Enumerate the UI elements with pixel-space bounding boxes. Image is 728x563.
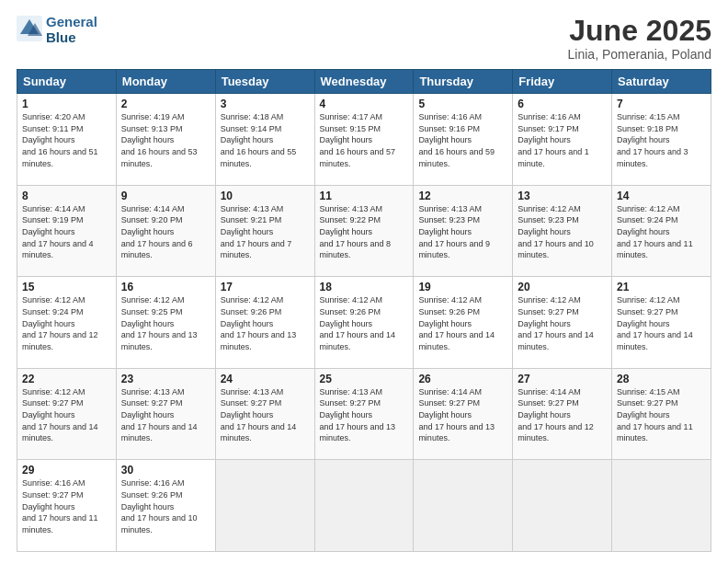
calendar-cell: 24Sunrise: 4:13 AMSunset: 9:27 PMDayligh… — [215, 368, 314, 460]
calendar-cell — [612, 460, 711, 552]
calendar-cell: 9Sunrise: 4:14 AMSunset: 9:20 PMDaylight… — [116, 185, 215, 277]
logo-text: General Blue — [46, 15, 97, 45]
calendar-cell: 14Sunrise: 4:12 AMSunset: 9:24 PMDayligh… — [612, 185, 711, 277]
week-row-4: 22Sunrise: 4:12 AMSunset: 9:27 PMDayligh… — [17, 368, 711, 460]
week-row-3: 15Sunrise: 4:12 AMSunset: 9:24 PMDayligh… — [17, 277, 711, 369]
calendar-title: June 2025 — [568, 15, 711, 47]
logo: General Blue — [17, 15, 97, 45]
header-saturday: Saturday — [612, 70, 711, 94]
calendar-cell: 7Sunrise: 4:15 AMSunset: 9:18 PMDaylight… — [612, 94, 711, 186]
header-monday: Monday — [116, 70, 215, 94]
header-thursday: Thursday — [414, 70, 513, 94]
header-tuesday: Tuesday — [215, 70, 314, 94]
calendar-cell: 19Sunrise: 4:12 AMSunset: 9:26 PMDayligh… — [414, 277, 513, 369]
week-row-1: 1Sunrise: 4:20 AMSunset: 9:11 PMDaylight… — [17, 94, 711, 186]
calendar-cell: 10Sunrise: 4:13 AMSunset: 9:21 PMDayligh… — [215, 185, 314, 277]
calendar-location: Linia, Pomerania, Poland — [568, 47, 711, 62]
calendar-cell: 20Sunrise: 4:12 AMSunset: 9:27 PMDayligh… — [513, 277, 612, 369]
calendar-cell: 6Sunrise: 4:16 AMSunset: 9:17 PMDaylight… — [513, 94, 612, 186]
page: General Blue June 2025 Linia, Pomerania,… — [0, 0, 728, 563]
weekday-header-row: Sunday Monday Tuesday Wednesday Thursday… — [17, 70, 711, 94]
header-friday: Friday — [513, 70, 612, 94]
calendar-cell: 15Sunrise: 4:12 AMSunset: 9:24 PMDayligh… — [17, 277, 117, 369]
calendar-cell: 28Sunrise: 4:15 AMSunset: 9:27 PMDayligh… — [612, 368, 711, 460]
calendar-cell: 11Sunrise: 4:13 AMSunset: 9:22 PMDayligh… — [314, 185, 414, 277]
calendar-cell — [414, 460, 513, 552]
calendar-cell: 12Sunrise: 4:13 AMSunset: 9:23 PMDayligh… — [414, 185, 513, 277]
calendar-cell: 25Sunrise: 4:13 AMSunset: 9:27 PMDayligh… — [314, 368, 414, 460]
calendar-cell: 30Sunrise: 4:16 AMSunset: 9:26 PMDayligh… — [116, 460, 215, 552]
calendar-cell: 2Sunrise: 4:19 AMSunset: 9:13 PMDaylight… — [116, 94, 215, 186]
logo-icon — [17, 16, 42, 41]
calendar-cell: 8Sunrise: 4:14 AMSunset: 9:19 PMDaylight… — [17, 185, 117, 277]
calendar-cell — [314, 460, 414, 552]
header-wednesday: Wednesday — [314, 70, 414, 94]
calendar-cell — [513, 460, 612, 552]
calendar-cell: 27Sunrise: 4:14 AMSunset: 9:27 PMDayligh… — [513, 368, 612, 460]
calendar-cell: 13Sunrise: 4:12 AMSunset: 9:23 PMDayligh… — [513, 185, 612, 277]
calendar-cell: 1Sunrise: 4:20 AMSunset: 9:11 PMDaylight… — [17, 94, 117, 186]
calendar-cell: 4Sunrise: 4:17 AMSunset: 9:15 PMDaylight… — [314, 94, 414, 186]
calendar-cell: 18Sunrise: 4:12 AMSunset: 9:26 PMDayligh… — [314, 277, 414, 369]
week-row-2: 8Sunrise: 4:14 AMSunset: 9:19 PMDaylight… — [17, 185, 711, 277]
calendar-cell — [215, 460, 314, 552]
week-row-5: 29Sunrise: 4:16 AMSunset: 9:27 PMDayligh… — [17, 460, 711, 552]
title-block: June 2025 Linia, Pomerania, Poland — [568, 15, 711, 62]
calendar-cell: 26Sunrise: 4:14 AMSunset: 9:27 PMDayligh… — [414, 368, 513, 460]
calendar-cell: 22Sunrise: 4:12 AMSunset: 9:27 PMDayligh… — [17, 368, 117, 460]
header: General Blue June 2025 Linia, Pomerania,… — [17, 15, 711, 62]
calendar-cell: 21Sunrise: 4:12 AMSunset: 9:27 PMDayligh… — [612, 277, 711, 369]
calendar-cell: 29Sunrise: 4:16 AMSunset: 9:27 PMDayligh… — [17, 460, 117, 552]
calendar-cell: 3Sunrise: 4:18 AMSunset: 9:14 PMDaylight… — [215, 94, 314, 186]
calendar-table: Sunday Monday Tuesday Wednesday Thursday… — [17, 69, 711, 552]
calendar-cell: 5Sunrise: 4:16 AMSunset: 9:16 PMDaylight… — [414, 94, 513, 186]
calendar-cell: 23Sunrise: 4:13 AMSunset: 9:27 PMDayligh… — [116, 368, 215, 460]
calendar-cell: 16Sunrise: 4:12 AMSunset: 9:25 PMDayligh… — [116, 277, 215, 369]
header-sunday: Sunday — [17, 70, 117, 94]
calendar-cell: 17Sunrise: 4:12 AMSunset: 9:26 PMDayligh… — [215, 277, 314, 369]
